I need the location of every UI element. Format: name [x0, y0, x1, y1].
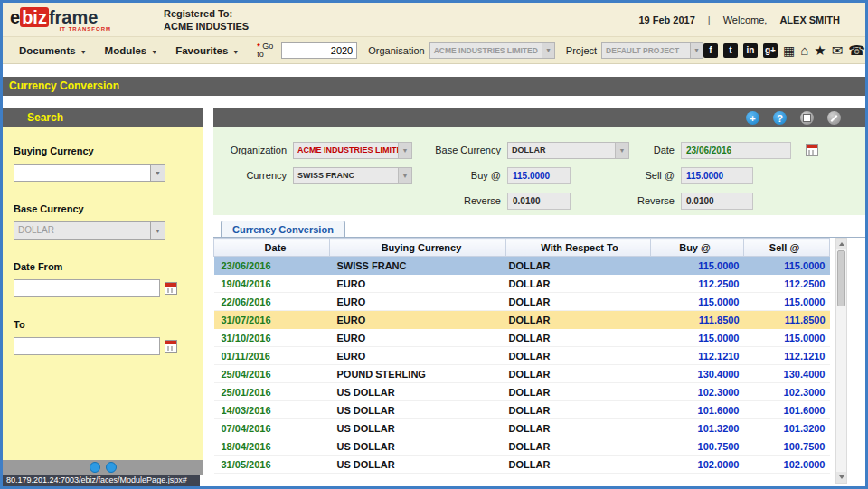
calendar-icon[interactable] [165, 282, 177, 295]
cell-date[interactable]: 31/05/2016 [214, 456, 330, 474]
date-from-input[interactable] [14, 279, 160, 297]
apps-grid-icon[interactable]: ▦ [783, 43, 795, 58]
cell-wrt[interactable]: DOLLAR [506, 293, 651, 311]
cell-sell[interactable]: 115.0000 [744, 257, 830, 275]
cell-sell[interactable]: 112.1210 [744, 347, 830, 365]
table-row[interactable]: 23/06/2016SWISS FRANCDOLLAR115.0000115.0… [214, 257, 830, 275]
cell-wrt[interactable]: DOLLAR [506, 456, 651, 474]
vertical-scrollbar[interactable] [835, 238, 847, 484]
cell-wrt[interactable]: DOLLAR [506, 275, 651, 293]
cell-buy[interactable]: 115.0000 [651, 329, 744, 347]
header-date[interactable]: Date [214, 239, 330, 257]
twitter-icon[interactable]: t [723, 43, 738, 58]
cell-date[interactable]: 14/03/2016 [214, 401, 330, 419]
base-currency-select-main[interactable]: DOLLAR [507, 142, 629, 159]
cell-sell[interactable]: 100.7500 [744, 437, 830, 456]
cell-buy[interactable]: 112.2500 [651, 275, 744, 293]
calendar-icon[interactable] [806, 144, 818, 156]
clear-button[interactable] [827, 111, 841, 125]
cell-buy[interactable]: 115.0000 [651, 293, 744, 311]
cell-buy[interactable]: 111.8500 [651, 311, 744, 329]
cell-buy[interactable]: 101.3200 [651, 419, 744, 437]
buy-input[interactable]: 115.0000 [507, 167, 571, 184]
table-row[interactable]: 01/11/2016EURODOLLAR112.1210112.1210 [214, 347, 830, 365]
header-with-respect-to[interactable]: With Respect To [506, 239, 651, 257]
table-row[interactable]: 31/07/2016EURODOLLAR111.8500111.8500 [214, 311, 830, 329]
cell-currency[interactable]: EURO [330, 329, 506, 347]
phone-icon[interactable]: ☎ [848, 43, 865, 58]
help-button[interactable]: ? [773, 111, 787, 125]
header-buy[interactable]: Buy @ [651, 239, 744, 257]
cell-wrt[interactable]: DOLLAR [506, 257, 651, 275]
cell-wrt[interactable]: DOLLAR [506, 347, 651, 365]
table-row[interactable]: 18/04/2016US DOLLARDOLLAR100.7500100.750… [214, 437, 830, 456]
cell-currency[interactable]: US DOLLAR [330, 383, 506, 401]
cell-currency[interactable]: POUND STERLING [330, 365, 506, 383]
cell-wrt[interactable]: DOLLAR [506, 419, 651, 437]
reverse-buy-input[interactable]: 0.0100 [507, 193, 571, 210]
cell-date[interactable]: 01/11/2016 [214, 347, 330, 365]
buying-currency-select[interactable] [14, 164, 165, 182]
scroll-up-icon[interactable] [836, 239, 846, 249]
cell-buy[interactable]: 130.4000 [651, 365, 744, 383]
cell-sell[interactable]: 101.3200 [744, 419, 830, 437]
date-to-input[interactable] [14, 337, 160, 355]
cell-date[interactable]: 07/04/2016 [214, 419, 330, 437]
date-input[interactable]: 23/06/2016 [681, 142, 791, 159]
cell-currency[interactable]: US DOLLAR [330, 401, 506, 419]
cell-sell[interactable]: 115.0000 [744, 293, 830, 311]
calendar-icon[interactable] [165, 340, 177, 353]
cell-sell[interactable]: 115.0000 [744, 329, 830, 347]
organisation-select[interactable]: ACME INDUSTRIES LIMITED [429, 42, 555, 59]
cell-sell[interactable]: 102.0000 [744, 456, 830, 474]
cell-date[interactable]: 31/10/2016 [214, 329, 330, 347]
cell-buy[interactable]: 101.6000 [651, 401, 744, 419]
scroll-down-icon[interactable] [836, 472, 846, 483]
save-button[interactable] [800, 111, 814, 125]
menu-modules[interactable]: Modules [96, 45, 167, 56]
pager-next-icon[interactable] [106, 462, 117, 473]
table-row[interactable]: 31/10/2016EURODOLLAR115.0000115.0000 [214, 329, 830, 347]
cell-currency[interactable]: EURO [330, 347, 506, 365]
cell-currency[interactable]: EURO [330, 293, 506, 311]
cell-currency[interactable]: EURO [330, 311, 506, 329]
cell-buy[interactable]: 115.0000 [651, 257, 744, 275]
cell-sell[interactable]: 130.4000 [744, 365, 830, 383]
cell-sell[interactable]: 112.2500 [744, 275, 830, 293]
table-row[interactable]: 07/04/2016US DOLLARDOLLAR101.3200101.320… [214, 419, 830, 437]
home-icon[interactable]: ⌂ [800, 43, 808, 58]
user-name[interactable]: ALEX SMITH [779, 14, 840, 25]
add-record-button[interactable]: + [746, 111, 760, 125]
cell-date[interactable]: 25/04/2016 [214, 365, 330, 383]
cell-date[interactable]: 22/06/2016 [214, 293, 330, 311]
table-row[interactable]: 25/04/2016POUND STERLINGDOLLAR130.400013… [214, 365, 830, 383]
app-logo[interactable]: ebizframe IT TRANSFORM [10, 8, 111, 32]
star-icon[interactable]: ★ [814, 43, 826, 58]
cell-wrt[interactable]: DOLLAR [506, 383, 651, 401]
facebook-icon[interactable]: f [703, 43, 718, 58]
cell-date[interactable]: 31/07/2016 [214, 311, 330, 329]
reverse-sell-input[interactable]: 0.0100 [681, 193, 753, 210]
mail-icon[interactable]: ✉ [832, 43, 844, 58]
pager-prev-icon[interactable] [90, 462, 100, 473]
cell-buy[interactable]: 102.3000 [651, 383, 744, 401]
cell-buy[interactable]: 100.7500 [651, 437, 744, 456]
goto-input[interactable] [281, 42, 357, 59]
table-row[interactable]: 19/04/2016EURODOLLAR112.2500112.2500 [214, 275, 830, 293]
cell-wrt[interactable]: DOLLAR [506, 329, 651, 347]
linkedin-icon[interactable]: in [743, 43, 758, 58]
cell-date[interactable]: 18/04/2016 [214, 437, 330, 456]
cell-date[interactable]: 23/06/2016 [214, 257, 330, 275]
organization-select[interactable]: ACME INDUSTRIES LIMITED [293, 142, 412, 159]
cell-currency[interactable]: SWISS FRANC [330, 257, 506, 275]
cell-wrt[interactable]: DOLLAR [506, 401, 651, 419]
cell-buy[interactable]: 112.1210 [651, 347, 744, 365]
menu-favourites[interactable]: Favourites [166, 45, 248, 56]
cell-sell[interactable]: 111.8500 [744, 311, 830, 329]
cell-date[interactable]: 19/04/2016 [214, 275, 330, 293]
cell-currency[interactable]: US DOLLAR [330, 437, 506, 456]
googleplus-icon[interactable]: g+ [763, 43, 778, 58]
cell-buy[interactable]: 102.0000 [651, 456, 744, 474]
cell-wrt[interactable]: DOLLAR [506, 311, 651, 329]
table-row[interactable]: 22/06/2016EURODOLLAR115.0000115.0000 [214, 293, 830, 311]
